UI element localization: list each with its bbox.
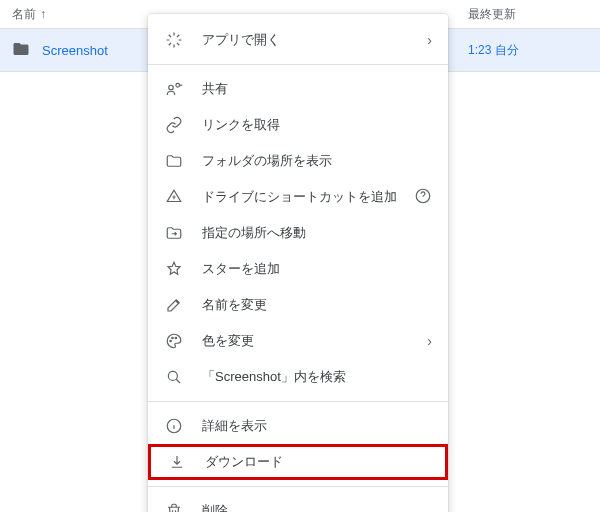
link-icon <box>164 115 184 135</box>
menu-label: 詳細を表示 <box>202 417 432 435</box>
info-icon <box>164 416 184 436</box>
menu-label: ドライブにショートカットを追加 <box>202 188 412 206</box>
menu-view-details[interactable]: 詳細を表示 <box>148 408 448 444</box>
share-icon <box>164 79 184 99</box>
folder-icon <box>12 40 30 61</box>
menu-change-color[interactable]: 色を変更 › <box>148 323 448 359</box>
menu-rename[interactable]: 名前を変更 <box>148 287 448 323</box>
menu-open-with[interactable]: アプリで開く › <box>148 22 448 58</box>
menu-search-within[interactable]: 「Screenshot」内を検索 <box>148 359 448 395</box>
drive-shortcut-icon <box>164 187 184 207</box>
menu-add-shortcut[interactable]: ドライブにショートカットを追加 <box>148 179 448 215</box>
svg-point-3 <box>170 340 172 342</box>
folder-outline-icon <box>164 151 184 171</box>
svg-point-5 <box>175 337 177 339</box>
palette-icon <box>164 331 184 351</box>
trash-icon <box>164 501 184 512</box>
svg-point-1 <box>176 83 180 87</box>
star-icon <box>164 259 184 279</box>
menu-separator <box>148 401 448 402</box>
svg-point-6 <box>168 371 177 380</box>
menu-label: リンクを取得 <box>202 116 432 134</box>
menu-label: 共有 <box>202 80 432 98</box>
menu-show-location[interactable]: フォルダの場所を表示 <box>148 143 448 179</box>
search-icon <box>164 367 184 387</box>
sort-asc-icon: ↑ <box>40 7 46 21</box>
menu-label: 名前を変更 <box>202 296 432 314</box>
move-icon <box>164 223 184 243</box>
rename-icon <box>164 295 184 315</box>
help-icon[interactable] <box>414 187 432 208</box>
menu-label: フォルダの場所を表示 <box>202 152 432 170</box>
menu-separator <box>148 64 448 65</box>
header-name-label: 名前 <box>12 6 36 23</box>
menu-label: 指定の場所へ移動 <box>202 224 432 242</box>
folder-updated: 1:23 自分 <box>468 42 588 59</box>
header-updated-label[interactable]: 最終更新 <box>468 6 588 23</box>
download-icon <box>167 452 187 472</box>
menu-label: 削除 <box>202 502 432 512</box>
svg-point-0 <box>169 85 174 90</box>
svg-point-4 <box>172 337 174 339</box>
menu-label: 「Screenshot」内を検索 <box>202 368 432 386</box>
menu-label: ダウンロード <box>205 453 429 471</box>
chevron-right-icon: › <box>427 32 432 48</box>
context-menu: アプリで開く › 共有 リンクを取得 フォルダの場所を表示 ドライブにショートカ… <box>148 14 448 512</box>
open-with-icon <box>164 30 184 50</box>
menu-remove[interactable]: 削除 <box>148 493 448 512</box>
menu-label: アプリで開く <box>202 31 427 49</box>
menu-label: スターを追加 <box>202 260 432 278</box>
menu-add-star[interactable]: スターを追加 <box>148 251 448 287</box>
menu-separator <box>148 486 448 487</box>
menu-share[interactable]: 共有 <box>148 71 448 107</box>
chevron-right-icon: › <box>427 333 432 349</box>
menu-download[interactable]: ダウンロード <box>148 444 448 480</box>
menu-get-link[interactable]: リンクを取得 <box>148 107 448 143</box>
menu-move-to[interactable]: 指定の場所へ移動 <box>148 215 448 251</box>
menu-label: 色を変更 <box>202 332 427 350</box>
